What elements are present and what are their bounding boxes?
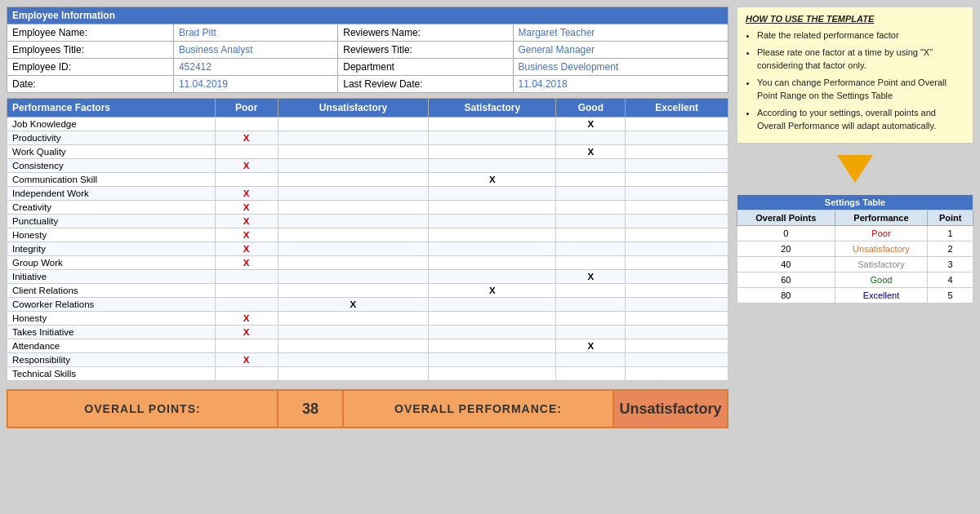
perf-rating-cell[interactable] <box>278 242 428 256</box>
perf-rating-cell[interactable] <box>215 339 278 353</box>
perf-rating-cell[interactable]: X <box>429 284 556 298</box>
perf-rating-cell[interactable] <box>626 284 728 298</box>
perf-rating-cell[interactable]: X <box>556 117 626 131</box>
perf-rating-cell[interactable] <box>556 242 626 256</box>
perf-rating-cell[interactable] <box>278 270 428 284</box>
perf-rating-cell[interactable]: X <box>215 312 278 326</box>
perf-rating-cell[interactable] <box>556 228 626 242</box>
perf-rating-cell[interactable] <box>278 201 428 215</box>
perf-rating-cell[interactable] <box>626 242 728 256</box>
perf-rating-cell[interactable]: X <box>215 326 278 339</box>
perf-rating-cell[interactable] <box>556 173 626 187</box>
perf-rating-cell[interactable]: X <box>215 256 278 270</box>
perf-rating-cell[interactable] <box>626 298 728 312</box>
perf-rating-cell[interactable] <box>429 215 556 228</box>
perf-rating-cell[interactable] <box>626 228 728 242</box>
perf-rating-cell[interactable] <box>278 145 428 159</box>
perf-rating-cell[interactable]: X <box>556 145 626 159</box>
perf-rating-cell[interactable] <box>215 298 278 312</box>
perf-rating-cell[interactable] <box>215 117 278 131</box>
perf-rating-cell[interactable] <box>278 256 428 270</box>
perf-rating-cell[interactable] <box>429 326 556 339</box>
perf-rating-cell[interactable]: X <box>556 270 626 284</box>
perf-rating-cell[interactable] <box>278 312 428 326</box>
perf-rating-cell[interactable]: X <box>215 159 278 173</box>
perf-rating-cell[interactable] <box>626 312 728 326</box>
perf-rating-cell[interactable] <box>556 298 626 312</box>
perf-rating-cell[interactable] <box>429 353 556 367</box>
perf-rating-cell[interactable] <box>429 242 556 256</box>
perf-rating-cell[interactable] <box>626 215 728 228</box>
how-to-title: HOW TO USE THE TEMPLATE <box>746 14 964 24</box>
perf-rating-cell[interactable] <box>626 326 728 339</box>
perf-rating-cell[interactable] <box>626 117 728 131</box>
perf-rating-cell[interactable] <box>429 256 556 270</box>
perf-rating-cell[interactable] <box>626 145 728 159</box>
perf-rating-cell[interactable] <box>556 131 626 145</box>
overall-perf-value: Unsatisfactory <box>614 389 728 428</box>
perf-rating-cell[interactable] <box>215 270 278 284</box>
perf-rating-cell[interactable] <box>556 201 626 215</box>
perf-rating-cell[interactable]: X <box>429 173 556 187</box>
perf-rating-cell[interactable] <box>626 367 728 381</box>
perf-rating-cell[interactable] <box>626 270 728 284</box>
perf-rating-cell[interactable] <box>556 284 626 298</box>
perf-rating-cell[interactable] <box>278 367 428 381</box>
perf-rating-cell[interactable] <box>278 131 428 145</box>
perf-rating-cell[interactable] <box>429 367 556 381</box>
perf-rating-cell[interactable]: X <box>278 298 428 312</box>
perf-table-row: InitiativeX <box>7 270 728 284</box>
perf-rating-cell[interactable] <box>556 256 626 270</box>
perf-rating-cell[interactable] <box>556 187 626 201</box>
perf-rating-cell[interactable]: X <box>215 201 278 215</box>
perf-rating-cell[interactable] <box>429 228 556 242</box>
perf-rating-cell[interactable] <box>626 187 728 201</box>
perf-rating-cell[interactable] <box>626 201 728 215</box>
perf-rating-cell[interactable]: X <box>215 131 278 145</box>
perf-rating-cell[interactable]: X <box>215 353 278 367</box>
perf-rating-cell[interactable]: X <box>215 215 278 228</box>
perf-rating-cell[interactable] <box>556 367 626 381</box>
perf-rating-cell[interactable] <box>215 145 278 159</box>
perf-rating-cell[interactable] <box>556 326 626 339</box>
perf-rating-cell[interactable] <box>626 131 728 145</box>
perf-rating-cell[interactable] <box>429 201 556 215</box>
perf-rating-cell[interactable] <box>278 159 428 173</box>
perf-rating-cell[interactable] <box>429 298 556 312</box>
perf-rating-cell[interactable] <box>429 145 556 159</box>
perf-rating-cell[interactable]: X <box>215 228 278 242</box>
perf-rating-cell[interactable] <box>429 131 556 145</box>
perf-rating-cell[interactable] <box>278 117 428 131</box>
perf-rating-cell[interactable] <box>278 215 428 228</box>
perf-table-row: ResponsibilityX <box>7 353 728 367</box>
perf-rating-cell[interactable] <box>278 284 428 298</box>
perf-rating-cell[interactable]: X <box>556 339 626 353</box>
perf-rating-cell[interactable] <box>215 284 278 298</box>
perf-rating-cell[interactable] <box>429 187 556 201</box>
perf-rating-cell[interactable] <box>429 270 556 284</box>
perf-rating-cell[interactable] <box>556 353 626 367</box>
perf-rating-cell[interactable] <box>215 367 278 381</box>
perf-rating-cell[interactable] <box>278 339 428 353</box>
perf-rating-cell[interactable] <box>626 353 728 367</box>
perf-rating-cell[interactable] <box>556 159 626 173</box>
perf-rating-cell[interactable] <box>556 312 626 326</box>
perf-factor-label: Coworker Relations <box>7 298 216 312</box>
perf-rating-cell[interactable]: X <box>215 187 278 201</box>
perf-rating-cell[interactable] <box>429 117 556 131</box>
perf-rating-cell[interactable] <box>429 312 556 326</box>
perf-rating-cell[interactable] <box>278 187 428 201</box>
perf-rating-cell[interactable] <box>626 173 728 187</box>
perf-rating-cell[interactable] <box>278 326 428 339</box>
perf-rating-cell[interactable] <box>556 215 626 228</box>
perf-rating-cell[interactable]: X <box>215 242 278 256</box>
perf-rating-cell[interactable] <box>278 353 428 367</box>
perf-rating-cell[interactable] <box>626 159 728 173</box>
perf-rating-cell[interactable] <box>278 228 428 242</box>
perf-rating-cell[interactable] <box>278 173 428 187</box>
perf-rating-cell[interactable] <box>429 159 556 173</box>
perf-rating-cell[interactable] <box>215 173 278 187</box>
perf-rating-cell[interactable] <box>429 339 556 353</box>
perf-rating-cell[interactable] <box>626 339 728 353</box>
perf-rating-cell[interactable] <box>626 256 728 270</box>
